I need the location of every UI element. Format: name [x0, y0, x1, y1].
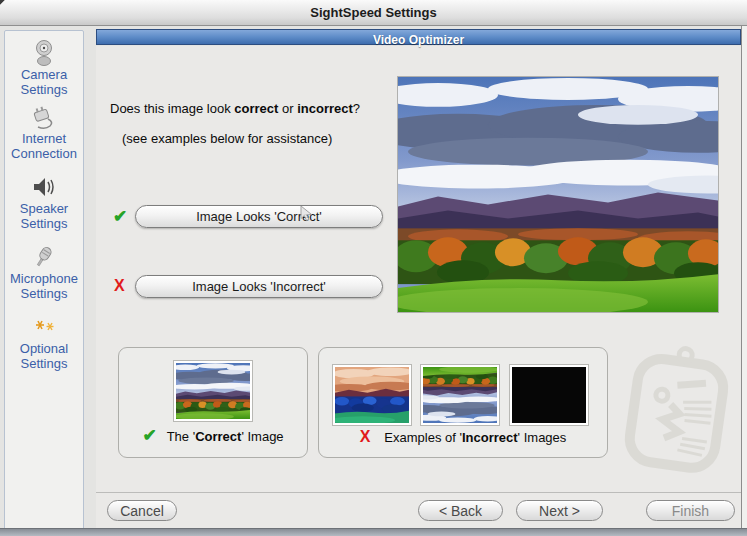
sidebar-label: Microphone — [5, 271, 83, 286]
window-bottom-edge — [0, 528, 747, 536]
sidebar-label: Speaker — [5, 201, 83, 216]
incorrect-thumbnail-upside-down — [421, 365, 499, 425]
microphone-icon — [5, 243, 83, 271]
image-looks-correct-button[interactable]: Image Looks 'Correct' — [135, 205, 383, 228]
incorrect-examples-box: XExamples of 'Incorrect' Images — [318, 347, 608, 458]
sidebar-label: Settings — [5, 286, 83, 301]
camera-preview-image — [397, 76, 719, 313]
network-plug-icon — [5, 103, 83, 131]
speaker-icon — [5, 173, 83, 201]
sidebar-item-optional-settings[interactable]: Optional Settings — [5, 313, 83, 371]
correct-example-caption: ✔The 'Correct' Image — [119, 425, 307, 446]
sidebar-label: Connection — [5, 146, 83, 161]
correct-example-box: ✔The 'Correct' Image — [118, 347, 308, 458]
correct-thumbnail — [174, 361, 252, 421]
mouse-cursor — [299, 205, 314, 222]
question-text: Does this image look correct or incorrec… — [110, 101, 410, 116]
sidebar-label: Internet — [5, 131, 83, 146]
titlebar: SightSpeed Settings — [0, 0, 747, 26]
question-hint: (see examples below for assistance) — [122, 131, 412, 146]
sidebar-item-internet-connection[interactable]: Internet Connection — [5, 103, 83, 161]
sightspeed-settings-window: SightSpeed Settings Camera Settings — [0, 0, 747, 536]
sidebar-label: Settings — [5, 216, 83, 231]
image-looks-incorrect-button[interactable]: Image Looks 'Incorrect' — [135, 275, 383, 298]
sidebar: Camera Settings Internet Connection — [4, 30, 84, 530]
sidebar-item-speaker-settings[interactable]: Speaker Settings — [5, 173, 83, 231]
sidebar-label: Optional — [5, 341, 83, 356]
footer-divider — [96, 492, 741, 493]
sparkles-icon — [5, 313, 83, 341]
sidebar-label: Settings — [5, 82, 83, 97]
incorrect-x-icon: X — [360, 428, 371, 445]
screen-corner-artifact — [0, 0, 7, 7]
sidebar-label: Settings — [5, 356, 83, 371]
finish-button[interactable]: Finish — [646, 500, 735, 521]
incorrect-thumbnail-inverted-colors — [333, 365, 411, 425]
back-button[interactable]: < Back — [418, 500, 503, 521]
window-title: SightSpeed Settings — [310, 0, 436, 25]
incorrect-x-icon: X — [114, 277, 125, 295]
panel-header: Video Optimizer — [96, 29, 741, 45]
incorrect-examples-caption: XExamples of 'Incorrect' Images — [319, 428, 607, 446]
sidebar-item-microphone-settings[interactable]: Microphone Settings — [5, 243, 83, 301]
next-button[interactable]: Next > — [516, 500, 603, 521]
sightspeed-logo-watermark — [618, 342, 744, 478]
incorrect-thumbnail-black — [510, 365, 588, 425]
correct-check-icon: ✔ — [113, 206, 127, 227]
correct-check-icon: ✔ — [142, 426, 156, 445]
webcam-icon — [5, 39, 83, 67]
sidebar-label: Camera — [5, 67, 83, 82]
sidebar-item-camera-settings[interactable]: Camera Settings — [5, 39, 83, 97]
cancel-button[interactable]: Cancel — [107, 500, 177, 521]
panel-title: Video Optimizer — [373, 33, 464, 47]
